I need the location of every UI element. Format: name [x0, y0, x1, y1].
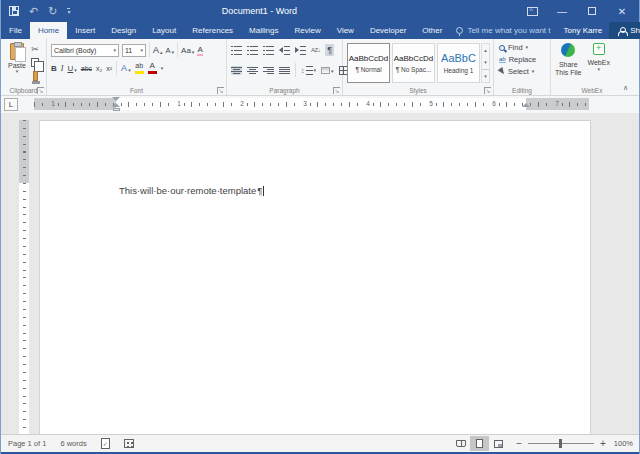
minimize-button[interactable]: — [547, 0, 577, 22]
paragraph-text[interactable]: This·will·be·our·remote·template¶ [119, 185, 264, 196]
close-button[interactable]: ✕ [607, 0, 637, 22]
replace-button[interactable]: abReplace [499, 55, 536, 64]
bold-button[interactable]: B [51, 64, 57, 73]
font-color-button[interactable]: A [148, 62, 157, 74]
vertical-ruler[interactable] [19, 120, 29, 434]
align-left-icon[interactable] [231, 66, 242, 75]
tab-design[interactable]: Design [103, 22, 144, 39]
superscript-button[interactable]: x² [106, 65, 112, 72]
separator [116, 61, 117, 75]
first-line-indent-marker[interactable] [112, 97, 120, 101]
grow-font-button[interactable]: A▴ [153, 45, 163, 55]
style-normal[interactable]: AaBbCcDd ¶ Normal [347, 43, 390, 83]
font-dialog-launcher[interactable]: ↘ [217, 87, 224, 94]
chevron-down-icon[interactable]: ▾ [161, 66, 164, 71]
customize-qat-icon[interactable]: ▾ [67, 8, 70, 15]
tab-layout[interactable]: Layout [144, 22, 184, 39]
select-button[interactable]: Select▾ [499, 67, 536, 76]
font-row-2: B I U▾ abc x₂ x² A▾ ab A ▾ [51, 61, 163, 75]
zoom-in-button[interactable]: + [600, 439, 606, 449]
tab-home[interactable]: Home [30, 22, 67, 39]
right-indent-marker[interactable] [522, 103, 530, 107]
strikethrough-button[interactable]: abc [81, 65, 92, 72]
style-heading-1[interactable]: AaBbC Heading 1 [437, 43, 480, 83]
horizontal-ruler[interactable]: 1 1 2 3 4 5 6 7 [34, 98, 589, 110]
redo-icon[interactable]: ↻ [48, 6, 57, 17]
style-no-spacing[interactable]: AaBbCcDd ¶ No Spac... [392, 43, 435, 83]
bullets-icon[interactable] [231, 46, 242, 55]
multilevel-list-icon[interactable] [263, 46, 274, 55]
paragraph-row-1: AZ↓ ¶ [231, 44, 334, 56]
web-layout-button[interactable] [489, 436, 508, 451]
increase-indent-icon[interactable] [295, 46, 306, 55]
undo-icon[interactable]: ↶ [29, 6, 38, 17]
font-name-combo[interactable]: Calibri (Body)▾ [51, 44, 119, 57]
show-hide-marks-button[interactable]: ¶ [325, 44, 334, 56]
tab-file[interactable]: File [1, 22, 30, 39]
gallery-more-icon[interactable]: ▾ [482, 69, 489, 82]
tab-review[interactable]: Review [286, 22, 328, 39]
macro-icon[interactable] [124, 439, 134, 448]
paste-button[interactable]: Paste ▾ [5, 43, 29, 85]
read-mode-button[interactable] [451, 436, 470, 451]
webex-button[interactable]: + WebEx ▾ [587, 43, 609, 77]
find-button[interactable]: Find▾ [499, 43, 536, 52]
paragraph-dialog-launcher[interactable]: ↘ [333, 87, 340, 94]
paste-clipboard-icon [10, 43, 24, 60]
justify-icon[interactable] [279, 66, 290, 75]
shading-button[interactable]: ▾ [321, 67, 334, 74]
clear-formatting-button[interactable]: A [197, 45, 202, 56]
subscript-button[interactable]: x₂ [96, 65, 102, 72]
zoom-slider-thumb[interactable] [559, 439, 562, 448]
line-spacing-icon[interactable]: ↕▾ [301, 66, 316, 75]
tell-me-box[interactable]: Tell me what you want t [450, 22, 556, 39]
editing-group: Find▾ abReplace Select▾ Editing [494, 39, 551, 95]
share-button[interactable]: Share [609, 22, 640, 39]
sort-icon[interactable]: AZ↓ [311, 47, 320, 53]
save-icon[interactable] [9, 6, 19, 16]
align-right-icon[interactable] [263, 66, 274, 75]
left-indent-marker[interactable] [113, 108, 120, 111]
gallery-scroll-down-icon[interactable]: ▾ [482, 56, 489, 68]
styles-dialog-launcher[interactable]: ↘ [484, 87, 491, 94]
clipboard-dialog-launcher[interactable]: ↘ [37, 87, 44, 94]
share-this-file-button[interactable]: Share This File [555, 43, 581, 77]
zoom-slider[interactable] [528, 443, 594, 444]
clipboard-group: Paste ▾ ✂ Clipboard ↘ [1, 39, 47, 95]
change-case-button[interactable]: Aa▾ [181, 46, 194, 55]
cut-icon[interactable]: ✂ [31, 44, 39, 54]
decrease-indent-icon[interactable] [279, 46, 290, 55]
page-indicator[interactable]: Page 1 of 1 [8, 439, 46, 448]
collapse-ribbon-icon[interactable]: ∧ [623, 84, 628, 92]
font-size-combo[interactable]: 11▾ [122, 44, 146, 57]
print-layout-button[interactable] [470, 436, 489, 451]
underline-button[interactable]: U▾ [67, 64, 76, 73]
tab-mailings[interactable]: Mailings [241, 22, 286, 39]
zoom-out-button[interactable]: − [516, 439, 522, 449]
tab-other[interactable]: Other [414, 22, 450, 39]
maximize-button[interactable] [577, 0, 607, 22]
align-center-icon[interactable] [247, 66, 258, 75]
shrink-font-button[interactable]: A▾ [166, 46, 175, 55]
signed-in-user[interactable]: Tony Karre [557, 22, 610, 39]
proofing-icon[interactable] [101, 438, 110, 449]
copy-icon[interactable] [31, 58, 39, 67]
zoom-percent[interactable]: 100% [614, 439, 633, 448]
hanging-indent-marker[interactable] [112, 103, 120, 107]
numbering-icon[interactable] [247, 46, 258, 55]
tab-insert[interactable]: Insert [67, 22, 103, 39]
italic-button[interactable]: I [61, 64, 64, 73]
gallery-scroll-up-icon[interactable]: ▴ [482, 44, 489, 56]
share-label: Share [630, 26, 640, 35]
document-page[interactable]: This·will·be·our·remote·template¶ [39, 120, 591, 434]
tab-stop-selector[interactable]: L [4, 98, 18, 111]
ribbon-display-options-button[interactable] [517, 0, 547, 22]
tab-developer[interactable]: Developer [362, 22, 414, 39]
tab-view[interactable]: View [329, 22, 362, 39]
highlight-button[interactable]: ab [135, 62, 144, 74]
format-painter-icon[interactable] [33, 71, 38, 81]
tab-references[interactable]: References [184, 22, 241, 39]
text-effects-button[interactable]: A▾ [121, 63, 131, 73]
word-count[interactable]: 6 words [60, 439, 86, 448]
paste-dropdown-icon[interactable]: ▾ [16, 69, 19, 74]
